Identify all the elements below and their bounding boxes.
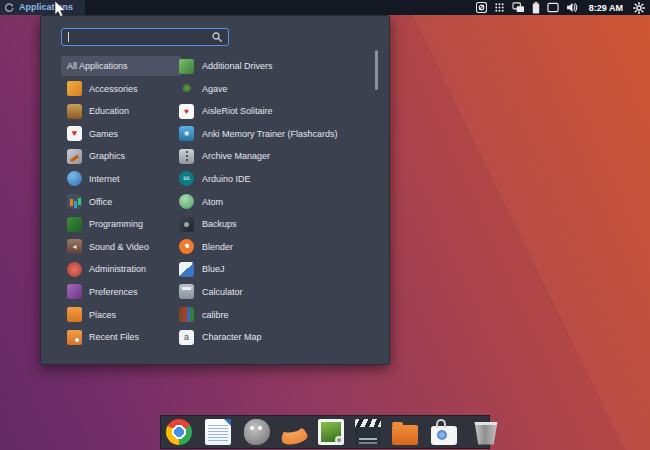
category-office[interactable]: Office (61, 192, 181, 212)
atom-sphere-icon (179, 194, 194, 209)
category-places[interactable]: Places (61, 305, 181, 325)
category-label: Graphics (89, 151, 125, 161)
app-label: Backups (202, 219, 237, 229)
solitaire-card-icon (179, 104, 194, 119)
category-games[interactable]: Games (61, 124, 181, 144)
gimp-icon[interactable] (244, 419, 270, 445)
app-list-scrollbar[interactable] (375, 50, 378, 90)
app-label: Additional Drivers (202, 61, 273, 71)
category-label: Internet (89, 174, 120, 184)
top-panel: Applications 8:2 (0, 0, 650, 15)
circle-slash-tray-icon[interactable] (476, 2, 487, 13)
paint-icon (67, 149, 82, 164)
playing-cards-icon (67, 126, 82, 141)
app-aisleriot-solitaire[interactable]: AisleRiot Solitaire (179, 101, 375, 121)
system-tray: 8:29 AM (476, 2, 650, 14)
dock (160, 415, 490, 449)
category-accessories[interactable]: Accessories (61, 79, 181, 99)
applications-menu-label: Applications (19, 0, 73, 15)
volume-icon[interactable] (566, 2, 579, 13)
category-recent-files[interactable]: Recent Files (61, 327, 181, 347)
arduino-infinity-icon (179, 171, 194, 186)
speaker-icon (67, 239, 82, 254)
display-tray-icon[interactable] (547, 2, 559, 13)
app-blender[interactable]: Blender (179, 237, 375, 257)
books-icon (67, 104, 82, 119)
app-calibre[interactable]: calibre (179, 305, 375, 325)
file-manager-icon[interactable] (392, 425, 418, 445)
app-atom[interactable]: Atom (179, 192, 375, 212)
category-preferences[interactable]: Preferences (61, 282, 181, 302)
character-card-icon (179, 330, 194, 345)
globe-icon (67, 171, 82, 186)
app-archive-manager[interactable]: Archive Manager (179, 146, 375, 166)
app-label: Blender (202, 242, 233, 252)
category-label: Preferences (89, 287, 138, 297)
drivers-chip-icon (179, 59, 194, 74)
category-label: Office (89, 197, 112, 207)
bluej-logo-icon (179, 262, 194, 277)
text-caret (68, 32, 69, 42)
category-label: Accessories (89, 84, 138, 94)
windows-tray-icon[interactable] (512, 2, 525, 13)
app-bluej[interactable]: BlueJ (179, 259, 375, 279)
category-all-applications[interactable]: All Applications (61, 56, 181, 76)
safe-box-icon (179, 217, 194, 232)
chart-icon (67, 194, 82, 209)
app-label: Archive Manager (202, 151, 270, 161)
dots-grid-tray-icon[interactable] (494, 2, 505, 13)
search-box[interactable] (61, 28, 229, 46)
utility-icon (67, 81, 82, 96)
app-backups[interactable]: Backups (179, 214, 375, 234)
search-input[interactable] (71, 32, 212, 42)
calculator-icon (179, 284, 194, 299)
books-stack-icon (179, 307, 194, 322)
recent-folder-icon (67, 330, 82, 345)
melon-slice-icon[interactable] (279, 423, 308, 446)
zip-archive-icon (179, 149, 194, 164)
writer-document-icon[interactable] (205, 419, 231, 445)
gear-icon[interactable] (633, 2, 645, 14)
category-list: All Applications Accessories Education G… (61, 56, 181, 350)
video-editor-icon[interactable] (355, 419, 381, 445)
application-list: Additional Drivers Agave AisleRiot Solit… (179, 56, 375, 350)
battery-tray-icon[interactable] (532, 2, 540, 14)
category-label: Recent Files (89, 332, 139, 342)
category-internet[interactable]: Internet (61, 169, 181, 189)
category-graphics[interactable]: Graphics (61, 146, 181, 166)
app-label: Agave (202, 84, 228, 94)
app-label: Atom (202, 197, 223, 207)
applications-menu-button[interactable]: Applications (0, 0, 85, 15)
category-sound-video[interactable]: Sound & Video (61, 237, 181, 257)
app-label: BlueJ (202, 264, 225, 274)
category-education[interactable]: Education (61, 101, 181, 121)
folder-icon (67, 307, 82, 322)
app-additional-drivers[interactable]: Additional Drivers (179, 56, 375, 76)
app-calculator[interactable]: Calculator (179, 282, 375, 302)
app-arduino-ide[interactable]: Arduino IDE (179, 169, 375, 189)
software-bag-icon[interactable] (431, 426, 457, 445)
app-label: Arduino IDE (202, 174, 251, 184)
app-label: Character Map (202, 332, 262, 342)
app-label: Calculator (202, 287, 243, 297)
category-label: Games (89, 129, 118, 139)
app-label: Anki Memory Trainer (Flashcards) (202, 129, 338, 139)
category-programming[interactable]: Programming (61, 214, 181, 234)
category-label: Programming (89, 219, 143, 229)
category-label: Sound & Video (89, 242, 149, 252)
category-label: All Applications (67, 61, 128, 71)
search-icon (212, 32, 222, 42)
chrome-icon[interactable] (166, 419, 192, 445)
app-menu-logo-icon (4, 2, 15, 13)
app-character-map[interactable]: Character Map (179, 327, 375, 347)
clock[interactable]: 8:29 AM (589, 3, 623, 13)
app-label: AisleRiot Solitaire (202, 106, 273, 116)
app-anki[interactable]: Anki Memory Trainer (Flashcards) (179, 124, 375, 144)
category-administration[interactable]: Administration (61, 259, 181, 279)
preferences-icon (67, 284, 82, 299)
admin-gear-icon (67, 262, 82, 277)
app-agave[interactable]: Agave (179, 79, 375, 99)
app-label: calibre (202, 310, 229, 320)
category-label: Administration (89, 264, 146, 274)
photo-viewer-icon[interactable] (318, 419, 344, 445)
